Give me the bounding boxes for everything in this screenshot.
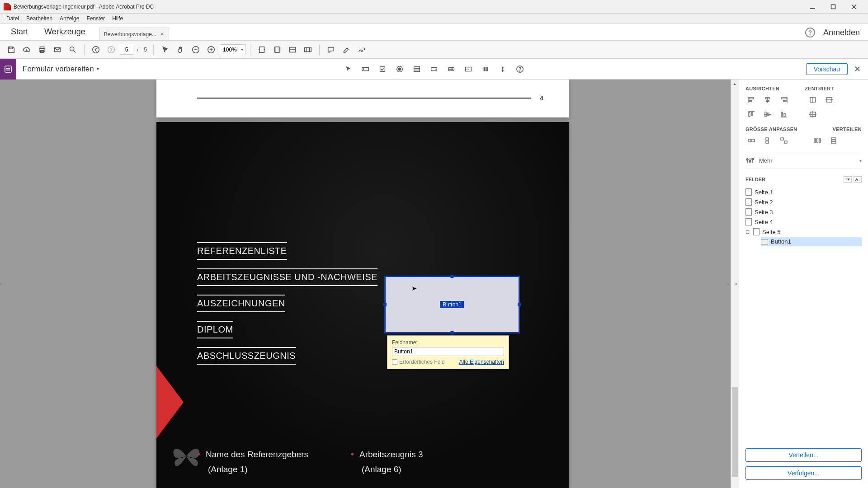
align-center-h-icon[interactable] xyxy=(762,95,774,105)
svg-rect-85 xyxy=(831,142,836,143)
menu-datei[interactable]: Datei xyxy=(3,14,23,23)
match-height-icon[interactable] xyxy=(762,136,774,145)
page-display-icon[interactable] xyxy=(286,43,299,56)
form-tool-icon[interactable] xyxy=(0,59,16,80)
tab-werkzeuge[interactable]: Werkzeuge xyxy=(36,23,94,40)
button-field-icon[interactable] xyxy=(444,62,458,76)
field-node-button1[interactable]: Button1 xyxy=(761,237,862,246)
barcode-icon[interactable] xyxy=(479,62,492,76)
document-tab[interactable]: Bewerbungsvorlage... ✕ xyxy=(99,28,169,40)
radio-icon[interactable] xyxy=(393,62,406,76)
page-node-5[interactable]: Seite 5 xyxy=(745,227,862,237)
page-node-2[interactable]: Seite 2 xyxy=(745,197,862,207)
svg-rect-51 xyxy=(749,100,752,102)
required-checkbox[interactable]: Erforderliches Feld xyxy=(392,359,445,365)
fieldname-input[interactable] xyxy=(392,347,504,356)
highlight-icon[interactable] xyxy=(340,43,353,56)
svg-rect-36 xyxy=(431,67,437,70)
cloud-icon[interactable] xyxy=(20,43,33,56)
svg-point-9 xyxy=(70,47,74,51)
minimize-button[interactable] xyxy=(802,0,823,14)
zoom-select[interactable]: 100% xyxy=(220,44,245,55)
sort-fields-icon[interactable]: ≡▾ xyxy=(844,176,852,183)
svg-point-40 xyxy=(452,69,453,70)
comment-icon[interactable] xyxy=(324,43,338,56)
tab-start[interactable]: Start xyxy=(3,23,36,40)
select-tool-icon[interactable] xyxy=(341,62,355,76)
match-width-icon[interactable] xyxy=(745,136,757,145)
bullet-columns: Name des Referenzgebers (Anlage 1) Arbei… xyxy=(197,447,477,476)
page-number-input[interactable] xyxy=(120,45,133,55)
form-help-icon[interactable] xyxy=(513,62,527,76)
read-mode-icon[interactable] xyxy=(301,43,315,56)
menu-anzeige[interactable]: Anzeige xyxy=(56,14,83,23)
text-field-icon[interactable] xyxy=(359,62,372,76)
right-panel-collapser-icon[interactable]: ▸ xyxy=(726,275,731,293)
close-context-icon[interactable]: ✕ xyxy=(854,64,861,74)
resize-handle-left[interactable] xyxy=(383,303,387,306)
document-area[interactable]: 4 REFERENZENLISTE ARBEITSZEUGNISSE UND -… xyxy=(0,80,739,488)
menu-hilfe[interactable]: Hilfe xyxy=(108,14,127,23)
print-icon[interactable] xyxy=(35,43,49,56)
checkbox-icon[interactable] xyxy=(376,62,389,76)
maximize-button[interactable] xyxy=(823,0,844,14)
preview-button[interactable]: Vorschau xyxy=(806,63,848,75)
svg-point-11 xyxy=(93,46,99,52)
dropdown-icon[interactable] xyxy=(427,62,441,76)
svg-rect-84 xyxy=(831,140,836,141)
signature-icon[interactable] xyxy=(355,43,368,56)
page-node-4[interactable]: Seite 4 xyxy=(745,217,862,227)
hand-icon[interactable] xyxy=(174,43,187,56)
save-icon[interactable] xyxy=(5,43,18,56)
all-properties-link[interactable]: Alle Eigenschaften xyxy=(459,359,504,365)
fit-width-icon[interactable] xyxy=(255,43,269,56)
center-both-icon[interactable] xyxy=(807,109,819,119)
selection-arrow-icon[interactable] xyxy=(158,43,172,56)
sign-in-link[interactable]: Anmelden xyxy=(823,28,860,38)
distribute-h-icon[interactable] xyxy=(811,136,823,145)
page-node-1[interactable]: Seite 1 xyxy=(745,187,862,197)
page-5: REFERENZENLISTE ARBEITSZEUGNISSE UND -NA… xyxy=(156,122,569,488)
fit-page-icon[interactable] xyxy=(270,43,284,56)
prev-view-icon[interactable] xyxy=(89,43,103,56)
align-middle-icon[interactable] xyxy=(762,109,774,119)
zoom-in-icon[interactable] xyxy=(204,43,218,56)
search-icon[interactable] xyxy=(66,43,80,56)
distribute-v-icon[interactable] xyxy=(828,136,840,145)
page-node-3[interactable]: Seite 3 xyxy=(745,207,862,217)
listbox-icon[interactable] xyxy=(410,62,424,76)
center-v-icon[interactable] xyxy=(823,95,835,105)
align-right-icon[interactable] xyxy=(778,95,790,105)
mail-icon[interactable] xyxy=(51,43,64,56)
titlebar: Bewerbungsvorlage Ingenieur.pdf - Adobe … xyxy=(0,0,868,14)
left-panel-expander-icon[interactable]: ▸ xyxy=(0,282,2,286)
scrollbar-thumb[interactable] xyxy=(732,387,738,477)
menu-bearbeiten[interactable]: Bearbeiten xyxy=(23,14,56,23)
resize-handle-bottom[interactable] xyxy=(451,331,454,334)
page-icon xyxy=(745,218,752,225)
tab-order-icon[interactable] xyxy=(496,62,509,76)
distribute-form-button[interactable]: Verteilen... xyxy=(745,448,862,462)
close-tab-icon[interactable]: ✕ xyxy=(160,31,164,37)
zoom-out-icon[interactable] xyxy=(189,43,203,56)
next-view-icon[interactable] xyxy=(104,43,118,56)
sort-az-icon[interactable]: A↓ xyxy=(854,176,862,183)
help-icon[interactable]: ? xyxy=(805,28,815,38)
window-close-button[interactable] xyxy=(844,0,864,14)
track-form-button[interactable]: Verfolgen... xyxy=(745,466,862,480)
align-top-icon[interactable] xyxy=(745,109,757,119)
menu-fenster[interactable]: Fenster xyxy=(83,14,108,23)
resize-handle-right[interactable] xyxy=(518,303,521,306)
context-title[interactable]: Formular vorbereiten xyxy=(16,65,105,74)
scroll-up-icon[interactable]: ▴ xyxy=(731,80,739,88)
center-h-icon[interactable] xyxy=(807,95,819,105)
more-dropdown[interactable]: Mehr ▾ xyxy=(745,152,862,169)
align-left-icon[interactable] xyxy=(745,95,757,105)
match-both-icon[interactable] xyxy=(778,136,790,145)
align-bottom-icon[interactable] xyxy=(778,109,790,119)
digital-sign-icon[interactable] xyxy=(462,62,475,76)
panel-expand-icon[interactable]: ◂ xyxy=(735,282,737,286)
form-field-button1[interactable]: Button1 xyxy=(384,276,520,333)
resize-handle-top[interactable] xyxy=(451,275,454,278)
svg-rect-82 xyxy=(819,139,821,142)
